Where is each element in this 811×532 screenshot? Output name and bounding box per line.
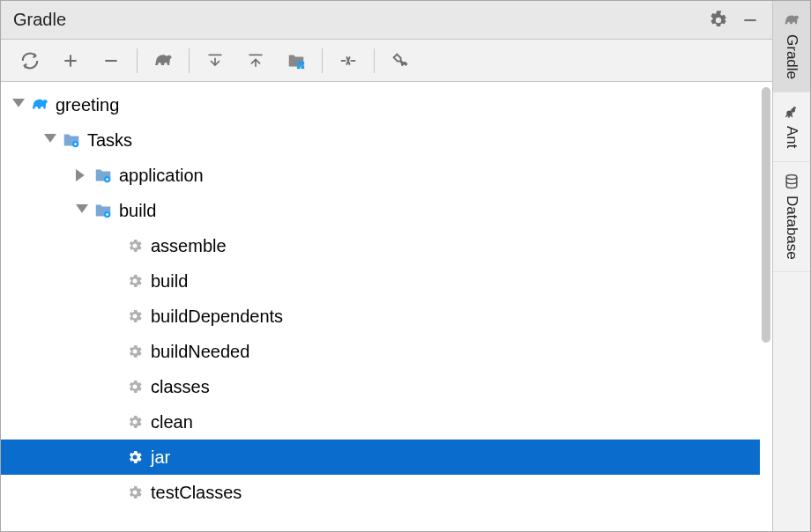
folder-gear-icon: [93, 200, 114, 221]
tree-row-task[interactable]: testClasses: [1, 475, 760, 510]
tree-label: buildNeeded: [151, 342, 249, 362]
expand-all-icon[interactable]: [200, 46, 230, 76]
svg-marker-20: [76, 169, 85, 181]
svg-marker-16: [12, 99, 25, 107]
scrollbar[interactable]: [760, 82, 772, 531]
remove-icon[interactable]: [96, 46, 126, 76]
tree-label: build: [151, 271, 188, 292]
elephant-icon: [29, 94, 50, 115]
tree-row-task[interactable]: classes: [1, 369, 760, 404]
chevron-down-icon[interactable]: [73, 202, 91, 219]
tree-row-build-group[interactable]: build: [1, 193, 760, 228]
offline-mode-icon[interactable]: [333, 46, 363, 76]
tab-gradle[interactable]: Gradle: [773, 1, 810, 92]
svg-point-22: [106, 178, 108, 181]
gear-icon: [124, 411, 145, 432]
chevron-right-icon[interactable]: [73, 166, 91, 184]
tree-label: application: [119, 166, 204, 186]
tree-label: build: [119, 201, 156, 221]
folder-gear-icon: [61, 129, 82, 151]
tree-label: jar: [151, 447, 170, 468]
svg-line-30: [785, 115, 788, 117]
tab-label: Gradle: [783, 34, 800, 79]
svg-point-25: [106, 213, 108, 216]
tree-label: clean: [151, 412, 193, 432]
tree-row-task[interactable]: buildNeeded: [1, 334, 760, 369]
chevron-down-icon[interactable]: [10, 96, 27, 114]
tree-label: Tasks: [87, 130, 132, 151]
elephant-icon: [781, 10, 802, 31]
database-icon: [781, 171, 802, 192]
gear-icon: [124, 306, 145, 327]
svg-marker-23: [76, 204, 88, 213]
tree-label: greeting: [56, 95, 119, 115]
tree-row-task[interactable]: buildDependents: [1, 299, 760, 334]
tree-row-task[interactable]: build: [1, 263, 760, 299]
gear-icon: [124, 376, 145, 397]
tree-row-task[interactable]: clean: [1, 404, 760, 440]
chevron-down-icon[interactable]: [41, 131, 59, 149]
panel-header: Gradle: [1, 1, 772, 40]
tree-view[interactable]: greeting Tasks: [1, 82, 760, 531]
tab-label: Ant: [783, 126, 800, 149]
gear-icon: [124, 447, 145, 468]
svg-point-27: [792, 109, 794, 112]
panel-title: Gradle: [13, 10, 66, 30]
minimize-icon[interactable]: [739, 9, 762, 32]
svg-marker-17: [44, 134, 56, 143]
svg-line-32: [791, 115, 792, 117]
collapse-all-icon[interactable]: [241, 46, 271, 76]
svg-rect-10: [297, 65, 301, 69]
svg-point-33: [786, 174, 797, 179]
ant-icon: [781, 101, 802, 122]
gear-icon: [124, 270, 145, 292]
svg-point-19: [74, 143, 77, 145]
tab-ant[interactable]: Ant: [773, 92, 810, 162]
wrench-icon[interactable]: [385, 46, 415, 76]
tab-database[interactable]: Database: [773, 162, 810, 273]
svg-rect-8: [297, 61, 301, 64]
gear-icon: [124, 341, 145, 362]
scrollbar-thumb[interactable]: [762, 87, 770, 343]
settings-icon[interactable]: [707, 9, 730, 32]
tree-label: assemble: [151, 236, 227, 256]
right-tab-bar: Gradle Ant Database: [773, 1, 810, 531]
tree-row-task-selected[interactable]: jar: [1, 440, 760, 475]
gear-icon: [124, 482, 145, 503]
tree-label: testClasses: [151, 483, 242, 503]
svg-line-31: [789, 115, 790, 118]
tree-label: buildDependents: [151, 307, 283, 327]
tree-row-tasks-group[interactable]: Tasks: [1, 122, 760, 158]
folder-gear-icon: [93, 165, 114, 186]
toolbar: [1, 40, 772, 82]
gear-icon: [124, 235, 145, 256]
tree-label: classes: [151, 377, 210, 397]
tab-label: Database: [783, 196, 800, 260]
tree-row-application[interactable]: application: [1, 158, 760, 193]
gradle-elephant-icon[interactable]: [148, 46, 178, 76]
tree-row-project[interactable]: greeting: [1, 87, 760, 122]
tree-row-task[interactable]: assemble: [1, 228, 760, 263]
refresh-icon[interactable]: [15, 46, 45, 76]
svg-rect-11: [301, 65, 305, 69]
add-icon[interactable]: [56, 46, 86, 76]
project-folder-icon[interactable]: [281, 46, 311, 76]
svg-rect-9: [301, 61, 305, 64]
